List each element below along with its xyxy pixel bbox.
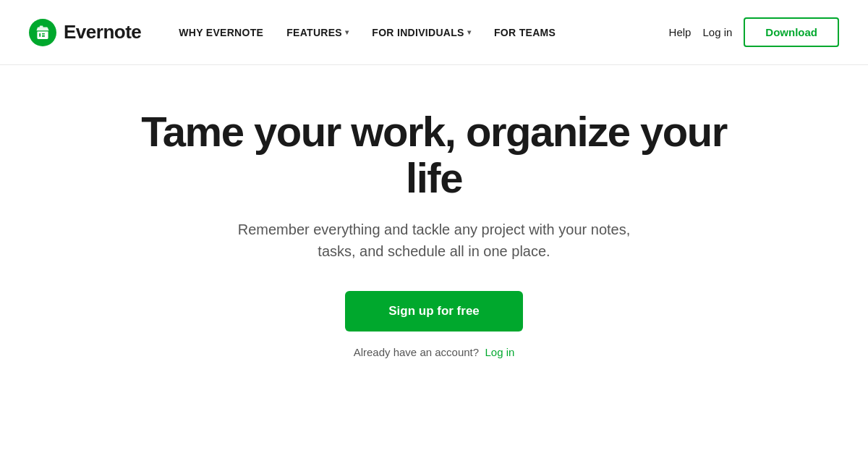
main-nav: WHY EVERNOTE FEATURES ▾ FOR INDIVIDUALS … <box>170 21 668 44</box>
account-prompt: Already have an account? Log in <box>354 346 515 358</box>
logo-link[interactable]: Evernote <box>29 19 141 46</box>
signup-button[interactable]: Sign up for free <box>345 291 523 332</box>
evernote-logo-icon <box>29 19 56 46</box>
brand-name: Evernote <box>64 21 141 43</box>
nav-features[interactable]: FEATURES ▾ <box>278 21 357 44</box>
nav-why-evernote[interactable]: WHY EVERNOTE <box>170 21 272 44</box>
nav-for-individuals[interactable]: FOR INDIVIDUALS ▾ <box>363 21 480 44</box>
hero-subtitle: Remember everything and tackle any proje… <box>224 219 644 262</box>
hero-title: Tame your work, organize your life <box>109 109 760 201</box>
download-button[interactable]: Download <box>744 17 839 47</box>
nav-for-teams[interactable]: FOR TEAMS <box>485 21 564 44</box>
header: Evernote WHY EVERNOTE FEATURES ▾ FOR IND… <box>0 0 868 65</box>
account-login-link[interactable]: Log in <box>485 346 514 358</box>
hero-actions: Sign up for free Already have an account… <box>345 291 523 358</box>
hero-section: Tame your work, organize your life Remem… <box>0 65 868 387</box>
help-link[interactable]: Help <box>669 26 692 38</box>
nav-right: Help Log in Download <box>669 17 839 47</box>
features-chevron-icon: ▾ <box>345 28 349 36</box>
individuals-chevron-icon: ▾ <box>467 28 471 36</box>
login-link[interactable]: Log in <box>702 26 732 38</box>
